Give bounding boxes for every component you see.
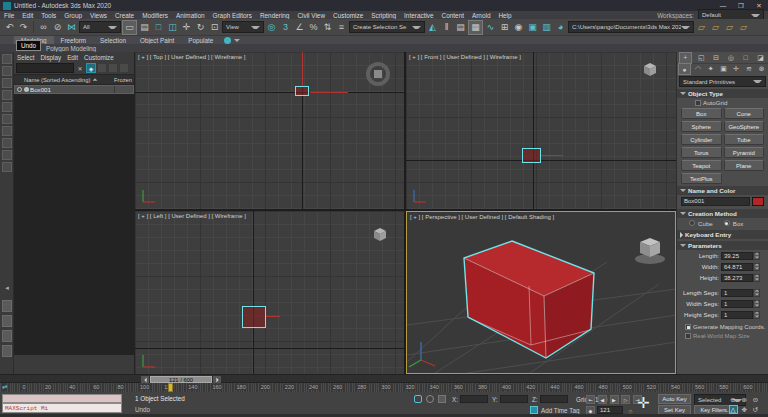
menu-group[interactable]: Group — [60, 12, 86, 19]
render-production-button[interactable]: ◕ — [554, 21, 567, 34]
explorer-column-header[interactable]: Name (Sorted Ascending) Frozen — [14, 74, 134, 85]
selected-box-front-view[interactable] — [522, 148, 541, 163]
toggle-ribbon-button[interactable]: ▦ — [468, 20, 483, 35]
macro-recorder-field[interactable] — [2, 394, 122, 403]
viewport-front[interactable]: [ + ] [ Front ] [ User Defined ] [ Wiref… — [406, 52, 676, 209]
project-folder-dropdown[interactable]: C:\Users\pango\Documents\3ds Max 2020 — [568, 21, 694, 33]
schematic-view-button[interactable]: ⊞ — [498, 21, 511, 34]
select-and-rotate-button[interactable]: ↻ — [194, 21, 207, 34]
list-view-button[interactable] — [108, 63, 118, 73]
explorer-menu-select[interactable]: Select — [14, 54, 38, 61]
height-segs-field[interactable]: 1 — [721, 311, 753, 319]
sphere-button[interactable]: Sphere — [681, 121, 722, 132]
menu-scripting[interactable]: Scripting — [367, 12, 400, 19]
zoom-extents-icon[interactable]: ⊙ — [751, 395, 760, 404]
motion-tab[interactable]: ◎ — [725, 53, 736, 63]
edit-named-selections-button[interactable]: ≡ — [335, 21, 348, 34]
layer-manager-button[interactable]: ▤ — [454, 21, 467, 34]
viewport-left-label[interactable]: [ + ] [ Left ] [ User Defined ] [ Wirefr… — [138, 213, 246, 219]
explorer-tool-icon[interactable] — [2, 66, 12, 76]
save-folder-icon[interactable]: ▱ — [723, 21, 736, 34]
selection-filter-dropdown[interactable]: All — [79, 21, 121, 33]
spacewarps-category[interactable]: ≋ — [743, 64, 754, 74]
viewport-top-label[interactable]: [ + ] [ Top ] [ User Defined ] [ Wirefra… — [138, 54, 245, 60]
layout-preset-button[interactable] — [2, 345, 12, 357]
coordinate-display-icon[interactable] — [438, 395, 446, 403]
width-spinner[interactable] — [753, 263, 760, 271]
undo-button[interactable]: ↶ — [3, 21, 16, 34]
object-type-rollout-header[interactable]: Object Type — [677, 89, 768, 98]
width-segs-spinner[interactable] — [753, 300, 760, 308]
viewcube-left[interactable] — [372, 227, 388, 243]
menu-views[interactable]: Views — [86, 12, 111, 19]
layout-preset-button[interactable] — [2, 300, 12, 312]
explorer-menu-customize[interactable]: Customize — [81, 54, 117, 61]
width-field[interactable]: 64.871 — [721, 263, 753, 271]
explorer-menu-display[interactable]: Display — [38, 54, 65, 61]
explorer-menu-edit[interactable]: Edit — [64, 54, 81, 61]
autogrid-checkbox[interactable] — [695, 100, 701, 106]
menu-arnold[interactable]: Arnold — [468, 12, 494, 19]
width-segs-field[interactable]: 1 — [721, 300, 753, 308]
explorer-object-list[interactable]: Box001 — [14, 85, 134, 355]
frozen-column-header[interactable]: Frozen — [114, 77, 134, 83]
plane-button[interactable]: Plane — [724, 160, 765, 171]
menu-graph-editors[interactable]: Graph Editors — [209, 12, 256, 19]
minimize-button[interactable]: — — [714, 2, 732, 9]
zoom-icon[interactable]: ⊕ — [729, 395, 738, 404]
rendered-frame-window-button[interactable]: ▥ — [540, 21, 553, 34]
lock-explorer-button[interactable] — [97, 63, 107, 73]
textplus-button[interactable]: TextPlus — [681, 173, 722, 184]
field-of-view-icon[interactable]: △ — [729, 405, 738, 414]
explorer-tool-icon[interactable] — [2, 78, 12, 88]
length-segs-spinner[interactable] — [753, 289, 760, 297]
track-bar-ruler[interactable]: ⇄ 02040608010012014016018020022024026028… — [0, 383, 768, 392]
cameras-category[interactable]: ▣ — [718, 64, 729, 74]
select-link-icon[interactable]: ∞ — [37, 21, 50, 34]
ribbon-config-icon[interactable] — [224, 37, 231, 44]
object-color-swatch[interactable] — [752, 197, 764, 206]
go-to-start-button[interactable]: ⇤ — [586, 395, 595, 404]
y-coordinate-field[interactable] — [500, 395, 528, 403]
collapse-panel-arrow[interactable]: ◂ — [0, 284, 14, 292]
explorer-tool-icon[interactable] — [2, 162, 12, 172]
torus-button[interactable]: Torus — [681, 147, 722, 158]
length-field[interactable]: 39.25 — [721, 252, 753, 260]
previous-frame-button[interactable]: ◀ — [598, 395, 607, 404]
viewcube-front[interactable] — [642, 62, 658, 78]
rectangular-region-button[interactable]: □ — [152, 21, 165, 34]
menu-civil-view[interactable]: Civil View — [293, 12, 329, 19]
visibility-eye-icon[interactable] — [17, 87, 22, 92]
current-frame-field[interactable]: 121 — [597, 406, 623, 414]
ribbon-tab-object-paint[interactable]: Object Paint — [133, 36, 181, 44]
selection-lock-toggle[interactable] — [414, 395, 422, 403]
absolute-mode-toggle[interactable] — [426, 395, 434, 403]
ribbon-panel-polygon-modeling[interactable]: Polygon Modeling — [46, 45, 96, 52]
time-slider-track[interactable]: 121 / 600 — [0, 374, 768, 383]
window-crossing-button[interactable]: ◫ — [166, 21, 179, 34]
curve-editor-button[interactable]: ∿ — [484, 21, 497, 34]
search-input[interactable] — [16, 63, 74, 73]
object-name[interactable]: Box001 — [30, 86, 51, 93]
box-radio[interactable] — [724, 220, 730, 226]
next-frame-button[interactable]: ▷ — [621, 395, 630, 404]
menu-customize[interactable]: Customize — [329, 12, 367, 19]
explorer-tool-icon[interactable] — [2, 126, 12, 136]
hierarchy-tab[interactable]: ⊟ — [711, 53, 722, 63]
viewport-left[interactable]: [ + ] [ Left ] [ User Defined ] [ Wirefr… — [135, 211, 404, 374]
open-folder-icon[interactable]: ▱ — [709, 21, 722, 34]
orbit-icon[interactable]: ↺ — [751, 405, 760, 414]
height-field[interactable]: 38.273 — [721, 274, 753, 282]
geometry-category[interactable]: ● — [678, 63, 691, 75]
time-slider-handle[interactable]: 121 / 600 — [150, 376, 212, 383]
object-name-field[interactable]: Box001 — [681, 197, 750, 206]
modify-tab[interactable]: ◱ — [696, 53, 707, 63]
reference-coordinate-dropdown[interactable]: View — [222, 21, 264, 33]
menu-tools[interactable]: Tools — [37, 12, 60, 19]
align-button[interactable]: ‖ — [440, 21, 453, 34]
current-frame-marker[interactable] — [168, 383, 173, 392]
render-setup-button[interactable]: ▣ — [526, 21, 539, 34]
create-tab[interactable]: + — [679, 52, 692, 64]
select-by-name-button[interactable]: ▤ — [138, 21, 151, 34]
percent-snap-button[interactable]: % — [307, 21, 320, 34]
